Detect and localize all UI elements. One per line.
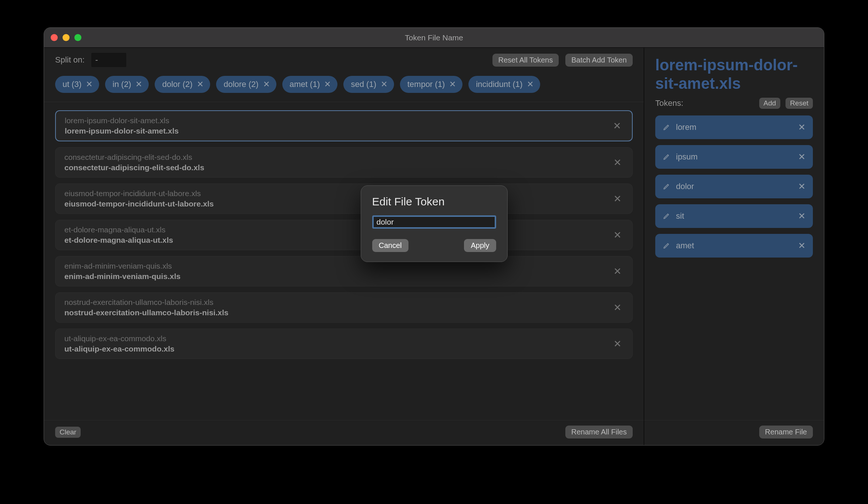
zoom-window-button[interactable] — [74, 34, 81, 41]
titlebar: Token File Name — [44, 28, 824, 48]
cancel-button[interactable]: Cancel — [372, 239, 408, 252]
modal-backdrop[interactable]: Edit File Token Cancel Apply — [44, 48, 824, 445]
window-title: Token File Name — [44, 33, 824, 42]
apply-button[interactable]: Apply — [464, 239, 496, 252]
edit-token-modal: Edit File Token Cancel Apply — [361, 185, 508, 262]
modal-actions: Cancel Apply — [372, 239, 496, 252]
app-window: Token File Name Split on: Reset All Toke… — [44, 27, 824, 446]
token-value-input[interactable] — [372, 215, 496, 229]
minimize-window-button[interactable] — [63, 34, 70, 41]
close-window-button[interactable] — [51, 34, 58, 41]
window-controls — [51, 34, 81, 41]
modal-title: Edit File Token — [372, 195, 496, 208]
